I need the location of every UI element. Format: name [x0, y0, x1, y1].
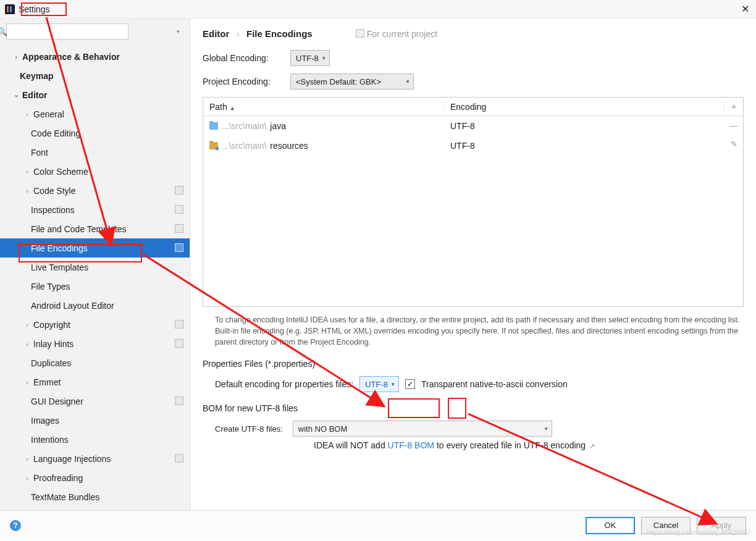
path-tail: java [270, 121, 286, 131]
sidebar-item-code-editing[interactable]: Code Editing [0, 124, 190, 143]
chevron-down-icon: ▾ [545, 426, 548, 432]
sidebar-item-inlay-hints[interactable]: ›Inlay Hints [0, 334, 190, 353]
breadcrumb-scope-label: For current project [367, 29, 437, 39]
breadcrumb-file-encodings: File Encodings [246, 28, 313, 39]
column-header-path[interactable]: Path▲ [203, 102, 444, 112]
properties-encoding-value: UTF-8 [365, 380, 388, 389]
path-dim: ...\src\main\ [222, 141, 266, 151]
chevron-right-icon: › [12, 53, 20, 61]
sidebar-item-label: Duplicates [31, 358, 71, 368]
path-dim: ...\src\main\ [222, 121, 266, 131]
sidebar-item-keymap[interactable]: Keymap [0, 66, 190, 85]
project-scope-icon [357, 30, 364, 38]
global-encoding-select[interactable]: UTF-8 ▾ [290, 50, 330, 66]
column-header-encoding[interactable]: Encoding [444, 102, 724, 112]
search-input[interactable] [6, 23, 128, 40]
sidebar-item-appearance-behavior[interactable]: ›Appearance & Behavior [0, 47, 190, 66]
add-row-button[interactable]: ＋ [724, 101, 743, 112]
sidebar-item-language-injections[interactable]: ›Language Injections [0, 449, 190, 468]
sidebar-item-general[interactable]: ›General [0, 104, 190, 124]
chevron-right-icon: › [23, 321, 31, 329]
project-scope-icon [176, 321, 183, 329]
utf8-bom-link[interactable]: UTF-8 BOM [388, 440, 434, 450]
chevron-right-icon: › [23, 340, 31, 348]
sidebar-item-images[interactable]: Images [0, 411, 190, 430]
encoding-table: Path▲ Encoding ＋ — ✎ ...\src\main\javaUT… [203, 97, 744, 307]
properties-heading: Properties Files (*.properties) [203, 359, 744, 369]
sidebar-item-label: Intentions [31, 435, 69, 445]
sidebar-item-label: Language Injections [33, 454, 111, 464]
help-icon[interactable]: ? [10, 520, 21, 531]
breadcrumb-editor[interactable]: Editor [203, 28, 229, 39]
create-utf8-select[interactable]: with NO BOM ▾ [293, 421, 552, 437]
sidebar-item-label: Font [31, 148, 48, 157]
folder-icon [209, 122, 218, 130]
sidebar-item-android-layout-editor[interactable]: Android Layout Editor [0, 296, 190, 315]
sidebar-item-label: Copyright [33, 320, 70, 330]
sidebar-item-code-style[interactable]: ›Code Style [0, 181, 190, 200]
content-pane: Editor › File Encodings For current proj… [190, 19, 756, 510]
sidebar-item-duplicates[interactable]: Duplicates [0, 353, 190, 372]
project-scope-icon [176, 206, 183, 214]
sidebar-item-emmet[interactable]: ›Emmet [0, 372, 190, 392]
sidebar: 🔍 ▾ ›Appearance & BehaviorKeymap⌄Editor›… [0, 19, 190, 510]
close-icon[interactable]: ✕ [739, 3, 751, 15]
sidebar-item-intentions[interactable]: Intentions [0, 430, 190, 449]
apply-button[interactable]: Apply [697, 517, 746, 534]
chevron-down-icon: ⌄ [12, 91, 20, 99]
sidebar-item-textmate-bundles[interactable]: TextMate Bundles [0, 487, 190, 506]
sidebar-item-live-templates[interactable]: Live Templates [0, 258, 190, 277]
search-icon: 🔍 [0, 27, 7, 36]
sidebar-item-file-types[interactable]: File Types [0, 277, 190, 296]
sidebar-item-font[interactable]: Font [0, 143, 190, 162]
project-scope-icon [176, 455, 183, 463]
sidebar-item-inspections[interactable]: Inspections [0, 200, 190, 219]
sidebar-item-label: GUI Designer [31, 396, 83, 406]
sidebar-item-copyright[interactable]: ›Copyright [0, 315, 190, 334]
chevron-right-icon: › [23, 187, 31, 195]
cancel-button[interactable]: Cancel [641, 517, 691, 534]
chevron-right-icon: › [23, 168, 31, 175]
dialog-footer: ? OK Cancel Apply [0, 510, 756, 540]
transparent-ascii-checkbox[interactable]: ✓ [405, 379, 415, 389]
sidebar-item-gui-designer[interactable]: GUI Designer [0, 392, 190, 411]
table-row[interactable]: ...\src\main\javaUTF-8 [203, 116, 743, 136]
edit-row-button[interactable]: ✎ [724, 135, 743, 153]
sidebar-item-label: Keymap [20, 71, 53, 81]
sidebar-item-label: Editor [22, 90, 47, 100]
transparent-ascii-label: Transparent native-to-ascii conversion [421, 379, 568, 389]
bom-heading: BOM for new UTF-8 files [203, 403, 744, 413]
remove-row-button[interactable]: — [724, 116, 743, 135]
sidebar-item-label: TextMate Bundles [31, 492, 99, 502]
sidebar-item-label: Live Templates [31, 262, 88, 272]
project-scope-icon [176, 340, 183, 348]
sidebar-item-label: Inspections [31, 205, 75, 215]
properties-encoding-label: Default encoding for properties files: [215, 379, 353, 389]
sidebar-item-file-and-code-templates[interactable]: File and Code Templates [0, 219, 190, 238]
sidebar-item-color-scheme[interactable]: ›Color Scheme [0, 162, 190, 181]
sidebar-item-label: Color Scheme [33, 167, 88, 177]
properties-encoding-select[interactable]: UTF-8 ▾ [359, 376, 399, 392]
external-link-icon: ↗ [589, 442, 595, 450]
chevron-right-icon: › [23, 474, 31, 482]
project-encoding-select[interactable]: <System Default: GBK> ▾ [290, 73, 414, 90]
sidebar-item-label: Inlay Hints [33, 339, 74, 349]
project-encoding-value: <System Default: GBK> [296, 77, 381, 86]
chevron-down-icon: ▾ [406, 78, 410, 85]
sidebar-item-label: Appearance & Behavior [22, 52, 120, 62]
sidebar-item-file-encodings[interactable]: File Encodings [0, 238, 190, 258]
project-scope-icon [176, 187, 183, 195]
chevron-right-icon: › [23, 455, 31, 463]
sidebar-item-editor[interactable]: ⌄Editor [0, 85, 190, 104]
ok-button[interactable]: OK [586, 517, 635, 534]
create-utf8-label: Create UTF-8 files: [215, 424, 283, 434]
chevron-right-icon: › [23, 111, 31, 118]
row-encoding: UTF-8 [444, 121, 743, 131]
sidebar-item-proofreading[interactable]: ›Proofreading [0, 468, 190, 487]
table-row[interactable]: ...\src\main\resourcesUTF-8 [203, 136, 743, 156]
chevron-down-icon[interactable]: ▾ [177, 28, 180, 35]
sidebar-item-label: General [33, 109, 64, 119]
sidebar-item-label: File Encodings [31, 243, 88, 253]
sidebar-item-label: Images [31, 416, 59, 426]
path-tail: resources [270, 141, 308, 151]
